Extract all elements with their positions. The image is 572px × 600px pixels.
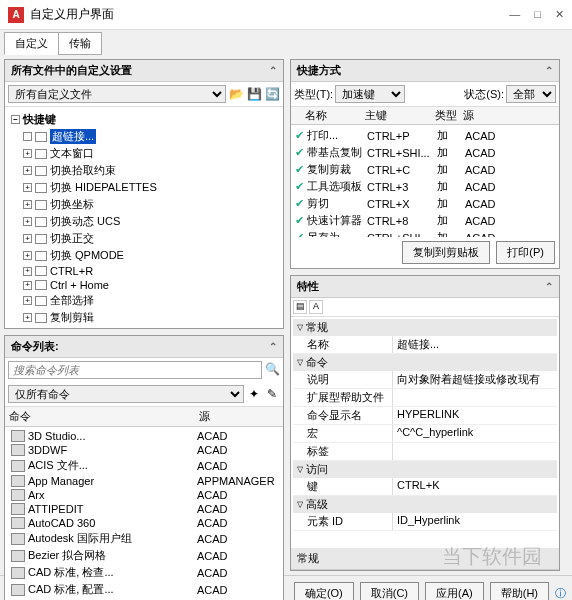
tree-item[interactable]: +新建... (9, 326, 279, 328)
tree-item[interactable]: +文本窗口 (9, 145, 279, 162)
expand-toggle-icon[interactable]: + (23, 267, 32, 276)
expand-toggle-icon[interactable]: + (23, 217, 32, 226)
tree-item[interactable]: +复制剪辑 (9, 309, 279, 326)
command-icon (11, 460, 25, 472)
command-icon (11, 430, 25, 442)
command-search-input[interactable] (8, 361, 262, 379)
customization-file-select[interactable]: 所有自定义文件 (8, 85, 226, 103)
tree-item[interactable]: +全部选择 (9, 292, 279, 309)
tree-item[interactable]: +切换 HIDEPALETTES (9, 179, 279, 196)
tab-transfer[interactable]: 传输 (58, 32, 102, 55)
props-footer-label: 常规 (297, 551, 319, 566)
tree-item[interactable]: +切换坐标 (9, 196, 279, 213)
close-icon[interactable]: ✕ (555, 8, 564, 21)
expand-toggle-icon[interactable]: + (23, 251, 32, 260)
new-command-icon[interactable]: ✦ (246, 386, 262, 402)
expand-icon[interactable]: ▽ (297, 358, 303, 367)
expand-icon[interactable]: ▽ (297, 465, 303, 474)
command-row[interactable]: ACIS 文件...ACAD (7, 457, 281, 474)
shortcut-row[interactable]: ✔工具选项板CTRL+3加ACAD (293, 178, 557, 195)
settings-panel-title: 所有文件中的自定义设置 (11, 63, 132, 78)
col-source[interactable]: 源 (199, 409, 279, 424)
shortcut-row[interactable]: ✔打印...CTRL+P加ACAD (293, 127, 557, 144)
col-command[interactable]: 命令 (9, 409, 199, 424)
expand-toggle-icon[interactable]: + (23, 313, 32, 322)
sort-categorized-icon[interactable]: ▤ (293, 300, 307, 314)
check-icon: ✔ (295, 180, 307, 193)
command-filter-select[interactable]: 仅所有命令 (8, 385, 244, 403)
command-row[interactable]: ATTIPEDITACAD (7, 502, 281, 516)
save-icon[interactable]: 💾 (246, 86, 262, 102)
item-icon (35, 234, 47, 244)
item-icon (35, 217, 47, 227)
check-icon: ✔ (295, 129, 307, 142)
tree-item[interactable]: +切换拾取约束 (9, 162, 279, 179)
expand-toggle-icon[interactable]: + (23, 200, 32, 209)
col-type[interactable]: 类型 (435, 108, 463, 123)
shortcut-panel-title: 快捷方式 (297, 63, 341, 78)
command-row[interactable]: CAD 标准, 检查...ACAD (7, 564, 281, 581)
check-icon: ✔ (295, 214, 307, 227)
ok-button[interactable]: 确定(O) (294, 582, 354, 600)
item-icon (35, 132, 47, 142)
command-row[interactable]: App ManagerAPPMANAGER (7, 474, 281, 488)
tree-item[interactable]: +切换动态 UCS (9, 213, 279, 230)
command-row[interactable]: 3DDWFACAD (7, 443, 281, 457)
command-row[interactable]: Autodesk 国际用户组ACAD (7, 530, 281, 547)
open-icon[interactable]: 📂 (228, 86, 244, 102)
status-label: 状态(S): (464, 87, 504, 102)
shortcut-row[interactable]: ✔快速计算器CTRL+8加ACAD (293, 212, 557, 229)
command-row[interactable]: ArxACAD (7, 488, 281, 502)
tree-item[interactable]: +切换正交 (9, 230, 279, 247)
apply-button[interactable]: 应用(A) (425, 582, 484, 600)
sync-icon[interactable]: 🔄 (264, 86, 280, 102)
expand-toggle-icon[interactable]: + (23, 281, 32, 290)
dialog-help-icon[interactable]: ⓘ (555, 586, 566, 600)
status-select[interactable]: 全部 (506, 85, 556, 103)
col-name[interactable]: 名称 (305, 108, 365, 123)
shortcut-row[interactable]: ✔剪切CTRL+X加ACAD (293, 195, 557, 212)
expand-toggle-icon[interactable]: + (23, 166, 32, 175)
expand-toggle-icon[interactable]: + (23, 296, 32, 305)
edit-command-icon[interactable]: ✎ (264, 386, 280, 402)
command-row[interactable]: Bezier 拟合网格ACAD (7, 547, 281, 564)
tree-item[interactable]: +CTRL+R (9, 264, 279, 278)
command-row[interactable]: CAD 标准, 配置...ACAD (7, 581, 281, 598)
col-src[interactable]: 源 (463, 108, 503, 123)
command-row[interactable]: AutoCAD 360ACAD (7, 516, 281, 530)
shortcut-row[interactable]: ✔带基点复制CTRL+SHI...加ACAD (293, 144, 557, 161)
collapse-icon[interactable]: ⌃ (545, 281, 553, 292)
collapse-icon[interactable]: ⌃ (269, 341, 277, 352)
expand-toggle-icon[interactable]: + (23, 234, 32, 243)
shortcut-row[interactable]: ✔复制剪裁CTRL+C加ACAD (293, 161, 557, 178)
tree-root[interactable]: −快捷键 (9, 111, 279, 128)
item-icon (35, 251, 47, 261)
collapse-icon[interactable]: ⌃ (545, 65, 553, 76)
expand-toggle-icon[interactable]: + (23, 149, 32, 158)
cancel-button[interactable]: 取消(C) (360, 582, 419, 600)
copy-clipboard-button[interactable]: 复制到剪贴板 (402, 241, 490, 264)
print-button[interactable]: 打印(P) (496, 241, 555, 264)
search-icon[interactable]: 🔍 (264, 361, 280, 377)
type-select[interactable]: 加速键 (335, 85, 405, 103)
sort-alpha-icon[interactable]: A (309, 300, 323, 314)
expand-icon[interactable]: ▽ (297, 500, 303, 509)
help-button[interactable]: 帮助(H) (490, 582, 549, 600)
maximize-icon[interactable]: □ (534, 8, 541, 21)
collapse-icon[interactable]: ⌃ (269, 65, 277, 76)
tab-customize[interactable]: 自定义 (4, 32, 59, 55)
col-key[interactable]: 主键 (365, 108, 435, 123)
expand-toggle-icon[interactable]: + (23, 132, 32, 141)
command-icon (11, 550, 25, 562)
expand-icon[interactable]: ▽ (297, 323, 303, 332)
minimize-icon[interactable]: — (509, 8, 520, 21)
tree-item[interactable]: +超链接... (9, 128, 279, 145)
item-icon (35, 296, 47, 306)
tree-item[interactable]: +Ctrl + Home (9, 278, 279, 292)
expand-toggle-icon[interactable]: + (23, 183, 32, 192)
collapse-toggle-icon[interactable]: − (11, 115, 20, 124)
shortcut-row[interactable]: ✔另存为...CTRL+SHI...加ACAD (293, 229, 557, 237)
tree-item[interactable]: +切换 QPMODE (9, 247, 279, 264)
command-row[interactable]: 3D Studio...ACAD (7, 429, 281, 443)
command-panel-title: 命令列表: (11, 339, 59, 354)
